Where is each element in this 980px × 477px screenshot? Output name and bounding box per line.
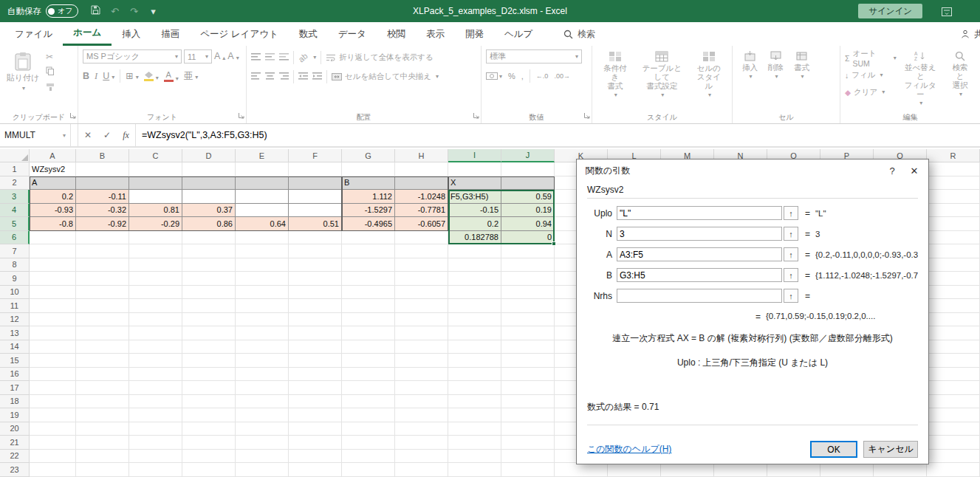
insert-cells-button[interactable]: 挿入 ▾ — [737, 49, 763, 81]
tell-me-search[interactable]: 検索 — [563, 22, 595, 46]
cell-J11[interactable] — [501, 299, 555, 313]
format-painter-button[interactable] — [46, 83, 55, 92]
cell-R6[interactable] — [927, 231, 980, 245]
cell-R13[interactable] — [927, 326, 980, 340]
cell-D16[interactable] — [182, 368, 236, 382]
copy-button[interactable] — [46, 66, 55, 78]
cell-B5[interactable]: -0.92 — [76, 217, 129, 231]
column-header-C[interactable]: C — [129, 149, 182, 162]
cell-B13[interactable] — [76, 326, 129, 340]
cell-B23[interactable] — [76, 463, 129, 477]
cell-E5[interactable]: 0.64 — [236, 217, 289, 231]
cell-B3[interactable]: -0.11 — [76, 190, 129, 204]
cell-G2[interactable]: B — [342, 176, 395, 191]
row-header-12[interactable]: 12 — [0, 313, 30, 327]
dialog-help-icon[interactable]: ? — [881, 162, 903, 179]
cell-B19[interactable] — [76, 408, 129, 422]
cell-H18[interactable] — [395, 395, 448, 409]
cell-F14[interactable] — [289, 340, 342, 354]
tab-review[interactable]: 校閲 — [377, 22, 416, 46]
cell-D21[interactable] — [182, 436, 236, 450]
cell-B9[interactable] — [76, 272, 129, 286]
cell-B4[interactable]: -0.32 — [76, 204, 129, 218]
cell-F19[interactable] — [289, 408, 342, 422]
cell-G1[interactable] — [342, 162, 395, 176]
autosave-toggle[interactable]: 自動保存 オフ — [0, 4, 86, 18]
font-color-button[interactable]: A▾ — [164, 71, 179, 82]
cell-F10[interactable] — [289, 286, 342, 300]
collapse-dialog-button-n[interactable]: ↑ — [784, 227, 798, 241]
cell-A16[interactable] — [30, 368, 76, 382]
cell-A18[interactable] — [30, 395, 76, 409]
cell-I14[interactable] — [448, 340, 501, 354]
collapse-dialog-button-nrhs[interactable]: ↑ — [784, 289, 798, 303]
cell-R19[interactable] — [927, 408, 980, 422]
collapse-dialog-button-b[interactable]: ↑ — [784, 268, 798, 282]
tab-view[interactable]: 表示 — [416, 22, 455, 46]
cell-G19[interactable] — [342, 408, 395, 422]
cell-E23[interactable] — [236, 463, 289, 477]
column-header-D[interactable]: D — [182, 149, 236, 162]
cell-R5[interactable] — [927, 217, 980, 231]
cell-J3[interactable]: 0.59 — [501, 190, 555, 204]
tab-data[interactable]: データ — [328, 22, 377, 46]
cell-C17[interactable] — [129, 381, 182, 395]
cell-J9[interactable] — [501, 272, 555, 286]
cell-F3[interactable] — [289, 190, 342, 204]
number-format-select[interactable]: 標準▾ — [486, 49, 582, 64]
cell-H2[interactable] — [395, 176, 448, 191]
cell-B16[interactable] — [76, 368, 129, 382]
cell-E1[interactable] — [236, 162, 289, 176]
cell-R16[interactable] — [927, 368, 980, 382]
cell-C7[interactable] — [129, 244, 182, 258]
cell-G18[interactable] — [342, 395, 395, 409]
cell-H10[interactable] — [395, 286, 448, 300]
argument-input-n[interactable] — [617, 227, 782, 241]
cell-F17[interactable] — [289, 381, 342, 395]
cell-R17[interactable] — [927, 381, 980, 395]
cell-J22[interactable] — [501, 450, 555, 464]
cell-F23[interactable] — [289, 463, 342, 477]
cell-J20[interactable] — [501, 422, 555, 436]
cell-J23[interactable] — [501, 463, 555, 477]
cell-R8[interactable] — [927, 258, 980, 272]
save-button[interactable] — [86, 5, 105, 17]
cell-D19[interactable] — [182, 408, 236, 422]
italic-button[interactable]: I — [95, 72, 97, 81]
cell-C22[interactable] — [129, 450, 182, 464]
cell-C23[interactable] — [129, 463, 182, 477]
cell-F9[interactable] — [289, 272, 342, 286]
cell-G10[interactable] — [342, 286, 395, 300]
cell-C20[interactable] — [129, 422, 182, 436]
cell-R15[interactable] — [927, 354, 980, 368]
cell-G7[interactable] — [342, 244, 395, 258]
row-header-14[interactable]: 14 — [0, 340, 30, 354]
insert-function-button[interactable]: fx — [117, 124, 136, 146]
cell-C18[interactable] — [129, 395, 182, 409]
clipboard-dialog-launcher[interactable] — [69, 109, 76, 122]
align-top-button[interactable] — [251, 53, 261, 62]
cell-J13[interactable] — [501, 326, 555, 340]
cell-G20[interactable] — [342, 422, 395, 436]
merge-center-button[interactable]: セルを結合して中央揃え ▾ — [332, 72, 439, 82]
decrease-font-size-button[interactable]: A▾ — [227, 52, 239, 61]
enter-formula-button[interactable]: ✓ — [97, 124, 117, 146]
cell-H19[interactable] — [395, 408, 448, 422]
cell-A6[interactable] — [30, 231, 76, 245]
paste-button[interactable]: 貼り付け ▾ — [4, 49, 41, 92]
cell-A2[interactable]: A — [30, 176, 76, 191]
borders-button[interactable]: ⊞▾ — [126, 72, 139, 81]
cell-G14[interactable] — [342, 340, 395, 354]
dialog-close-icon[interactable]: ✕ — [903, 162, 925, 179]
cell-H1[interactable] — [395, 162, 448, 176]
cell-C15[interactable] — [129, 354, 182, 368]
cell-B8[interactable] — [76, 258, 129, 272]
cell-D22[interactable] — [182, 450, 236, 464]
cell-A4[interactable]: -0.93 — [30, 204, 76, 218]
cell-H22[interactable] — [395, 450, 448, 464]
cell-B11[interactable] — [76, 299, 129, 313]
row-header-5[interactable]: 5 — [0, 217, 30, 231]
ok-button[interactable]: OK — [810, 441, 857, 458]
font-name-select[interactable]: MS Pゴシック▾ — [83, 49, 182, 64]
cell-R11[interactable] — [927, 299, 980, 313]
